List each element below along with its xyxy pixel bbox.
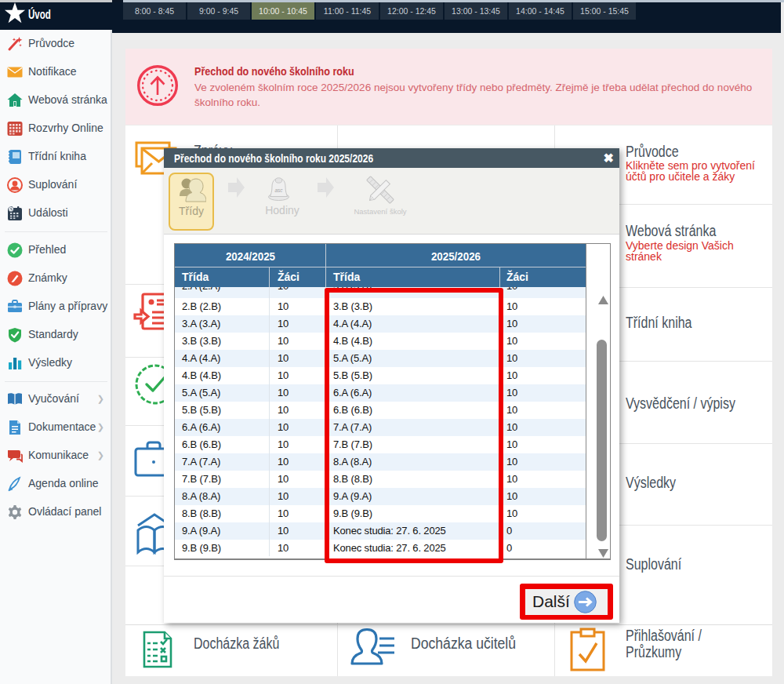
svg-text:asc: asc [274, 187, 283, 193]
